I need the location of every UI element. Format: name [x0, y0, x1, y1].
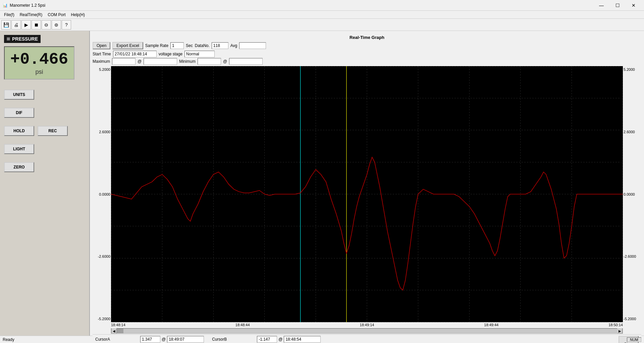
save-button[interactable]: 💾: [1, 20, 11, 30]
minimize-button[interactable]: —: [594, 0, 609, 11]
y-right-2: 0.0000: [624, 192, 641, 196]
cursor-a-at: @: [162, 337, 166, 342]
minimum-at-label: @: [223, 59, 227, 64]
graph-canvas[interactable]: [111, 66, 623, 322]
y-right-0: 5.2000: [624, 67, 641, 71]
print-button[interactable]: 🖨: [11, 20, 21, 30]
cursor-left: CursorA 1.347 @ 18:49:07 CursorB -1.147 …: [95, 336, 617, 343]
title-bar-left: 📊 Manometer 1.2 5psi: [3, 3, 45, 8]
title-bar-controls: — ☐ ✕: [594, 0, 641, 11]
cursor-b-label: CursorB: [212, 337, 256, 342]
toolbar: 💾 🖨 ▶ ⏹ ⊖ ⊚ ?: [0, 19, 644, 31]
status-right: NUM: [627, 337, 641, 342]
y-right-3: -2.6000: [624, 254, 641, 258]
x-axis: 18:48:14 18:48:44 18:49:14 18:49:44 18:5…: [111, 322, 623, 328]
menu-comport[interactable]: COM Port: [45, 12, 68, 18]
sec-label: Sec: [186, 43, 193, 48]
num-indicator: NUM: [627, 337, 641, 342]
pressure-label-box: PRESSURE: [4, 35, 41, 43]
cursor-b-at: @: [278, 337, 282, 342]
avg-input[interactable]: [239, 42, 266, 49]
hold-rec-row: HOLD REC: [4, 126, 85, 136]
y-right-1: 2.6000: [624, 130, 641, 134]
export-excel-button[interactable]: Export Excel: [112, 42, 143, 49]
minimum-time-input[interactable]: [229, 58, 263, 65]
datano-label: DataNo.: [195, 43, 210, 48]
y-left-1: 2.6000: [93, 130, 110, 134]
x-2: 18:49:14: [360, 323, 374, 327]
target-button[interactable]: ⊚: [52, 20, 61, 30]
cursor-b-value: -1.147: [257, 336, 277, 343]
maximum-label: Maximum: [93, 59, 110, 64]
menu-realtime[interactable]: RealTime(R): [17, 12, 45, 18]
scroll-track[interactable]: [117, 329, 617, 333]
voltage-stage-label: voltage stage: [159, 52, 182, 56]
graph-controls-row2: Start Time voltage stage: [93, 51, 641, 57]
menu-file[interactable]: File(f): [1, 12, 17, 18]
scroll-right-arrow[interactable]: ▶: [617, 328, 623, 334]
title-bar: 📊 Manometer 1.2 5psi — ☐ ✕: [0, 0, 644, 11]
maximum-time-input[interactable]: [144, 58, 177, 65]
y-axis-left: 5.2000 2.6000 0.0000 -2.6000 -5.2000: [93, 66, 111, 322]
y-left-3: -2.6000: [93, 254, 110, 258]
y-left-2: 0.0000: [93, 192, 110, 196]
play-button[interactable]: ▶: [21, 20, 31, 30]
cursor-info: CursorA 1.347 @ 18:49:07 CursorB -1.147 …: [93, 334, 641, 343]
y-left-0: 5.2000: [93, 67, 110, 71]
cursor-a-value: 1.347: [140, 336, 160, 343]
y-axis-right: 5.2000 2.6000 0.0000 -2.6000 -5.2000: [623, 66, 641, 322]
y-right-4: -5.2000: [624, 317, 641, 321]
minimum-label: Minimum: [179, 59, 196, 64]
units-button[interactable]: UNITS: [4, 90, 34, 100]
maximize-button[interactable]: ☐: [610, 0, 625, 11]
start-time-input[interactable]: [113, 51, 157, 57]
x-3: 18:49:44: [484, 323, 498, 327]
status-text: Ready: [3, 337, 14, 342]
maximum-at-label: @: [138, 59, 142, 64]
x-4: 18:50:14: [608, 323, 623, 327]
y-left-4: -5.2000: [93, 317, 110, 321]
graph-header: Real-Time Graph Open Export Excel Sample…: [93, 34, 641, 66]
zero-button[interactable]: ZERO: [4, 162, 34, 172]
cursor-a-label: CursorA: [95, 337, 139, 342]
close-button[interactable]: ✕: [626, 0, 641, 11]
stop-button[interactable]: ⏹: [32, 20, 41, 30]
right-panel: Real-Time Graph Open Export Excel Sample…: [90, 31, 644, 336]
zoom-out-button[interactable]: ⊖: [42, 20, 51, 30]
dif-button[interactable]: DIF: [4, 108, 34, 118]
sample-rate-label: Sample Rate: [145, 43, 168, 48]
menu-bar: File(f) RealTime(R) COM Port Help(H): [0, 11, 644, 19]
avg-label: Avg: [230, 43, 237, 48]
pressure-value: +0.466: [8, 50, 70, 68]
normal-input[interactable]: [184, 51, 215, 57]
x-1: 18:48:44: [235, 323, 250, 327]
pressure-unit: psi: [8, 68, 70, 76]
graph-controls-row3: Maximum @ Minimum @: [93, 58, 641, 65]
pressure-indicator: [7, 37, 10, 41]
sample-rate-input[interactable]: [170, 42, 184, 49]
datano-input[interactable]: [212, 42, 228, 49]
pressure-label: PRESSURE: [12, 36, 38, 42]
left-panel: PRESSURE +0.466 psi UNITS DIF HOLD REC L…: [0, 31, 90, 336]
light-button[interactable]: LIGHT: [4, 144, 34, 154]
app-icon: 📊: [3, 3, 8, 8]
cursor-a-row: CursorA 1.347 @ 18:49:07 CursorB -1.147 …: [95, 336, 617, 343]
minimum-value-input[interactable]: [198, 58, 221, 65]
scroll-thumb[interactable]: [117, 329, 123, 333]
hold-button[interactable]: HOLD: [4, 126, 34, 136]
start-time-label: Start Time: [93, 52, 111, 56]
scrollbar-area[interactable]: ◀ ▶: [111, 328, 623, 334]
x-0: 18:48:14: [111, 323, 125, 327]
app-title: Manometer 1.2 5psi: [10, 3, 45, 8]
graph-canvas-wrap: [111, 66, 623, 322]
rec-button[interactable]: REC: [38, 126, 68, 136]
help-button[interactable]: ?: [62, 20, 71, 30]
main-layout: PRESSURE +0.466 psi UNITS DIF HOLD REC L…: [0, 31, 644, 336]
maximum-value-input[interactable]: [112, 58, 136, 65]
menu-help[interactable]: Help(H): [68, 12, 88, 18]
cursor-b-time: 18:48:54: [284, 336, 321, 343]
graph-container: 5.2000 2.6000 0.0000 -2.6000 -5.2000 5.2…: [93, 66, 641, 322]
scroll-left-arrow[interactable]: ◀: [111, 328, 117, 334]
graph-controls-row1: Open Export Excel Sample Rate Sec DataNo…: [93, 42, 641, 49]
open-button[interactable]: Open: [93, 42, 110, 49]
